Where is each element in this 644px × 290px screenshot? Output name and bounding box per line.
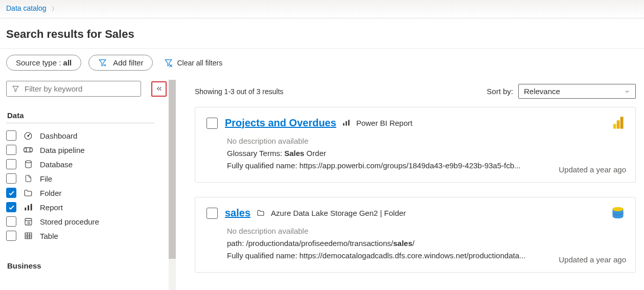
svg-point-10 bbox=[25, 161, 31, 163]
result-title-link[interactable]: Projects and Overdues bbox=[225, 117, 336, 129]
glossary-terms: Glossary Terms: Sales Order bbox=[227, 147, 624, 160]
svg-rect-14 bbox=[25, 218, 32, 225]
svg-rect-12 bbox=[28, 205, 29, 210]
filter-item-label: Data pipeline bbox=[40, 146, 85, 154]
filter-item-data-pipeline[interactable]: Data pipeline bbox=[6, 143, 176, 157]
funnel-icon bbox=[12, 85, 19, 93]
checkbox[interactable] bbox=[6, 231, 16, 241]
page-title: Search results for Sales bbox=[0, 18, 644, 49]
checkbox[interactable] bbox=[6, 216, 16, 227]
svg-rect-27 bbox=[617, 120, 620, 128]
result-title-link[interactable]: sales bbox=[225, 207, 250, 219]
svg-point-6 bbox=[24, 148, 27, 152]
svg-rect-24 bbox=[346, 121, 347, 126]
report-icon bbox=[22, 203, 34, 211]
updated-timestamp: Updated a year ago bbox=[559, 255, 626, 264]
no-description: No description available bbox=[227, 225, 624, 237]
svg-point-5 bbox=[28, 136, 29, 137]
svg-rect-11 bbox=[25, 208, 26, 211]
filter-section-title: Business bbox=[7, 261, 176, 270]
pill-label: Source type : all bbox=[16, 58, 72, 67]
add-filter-button[interactable]: Add filter bbox=[88, 55, 153, 71]
filter-add-icon bbox=[98, 58, 107, 67]
table-icon bbox=[22, 232, 34, 240]
gauge-icon bbox=[22, 131, 34, 140]
divider bbox=[6, 123, 154, 123]
add-filter-label: Add filter bbox=[113, 58, 143, 67]
checkbox[interactable] bbox=[6, 173, 16, 184]
checkbox[interactable] bbox=[6, 202, 16, 212]
scrollbar-thumb[interactable] bbox=[169, 80, 176, 259]
chevron-double-left-icon bbox=[156, 85, 163, 92]
result-checkbox[interactable] bbox=[206, 208, 218, 219]
breadcrumb: Data catalog 〉 bbox=[0, 0, 644, 18]
filter-item-stored-procedure[interactable]: Stored procedure bbox=[6, 214, 176, 229]
result-checkbox[interactable] bbox=[206, 118, 218, 129]
folder-icon bbox=[257, 209, 265, 216]
powerbi-icon bbox=[611, 116, 626, 131]
source-type-pill[interactable]: Source type : all bbox=[6, 55, 81, 71]
adls-icon bbox=[611, 206, 626, 221]
filter-keyword-input[interactable] bbox=[25, 84, 135, 93]
sort-by-label: Sort by: bbox=[487, 87, 513, 96]
results-panel: Showing 1-3 out of 3 results Sort by: Re… bbox=[176, 80, 644, 290]
filter-item-file[interactable]: File bbox=[6, 171, 176, 186]
filter-clear-icon bbox=[164, 58, 173, 67]
svg-rect-13 bbox=[30, 204, 32, 211]
clear-filters-button[interactable]: Clear all filters bbox=[160, 55, 226, 70]
filter-item-table[interactable]: Table bbox=[6, 229, 176, 243]
filter-item-label: File bbox=[40, 174, 52, 183]
filter-item-label: Dashboard bbox=[40, 131, 77, 140]
result-type-label: Power BI Report bbox=[356, 119, 412, 127]
svg-point-7 bbox=[30, 148, 32, 152]
filter-item-report[interactable]: Report bbox=[6, 200, 176, 214]
pipeline-icon bbox=[22, 146, 34, 153]
folder-icon bbox=[22, 189, 34, 197]
filter-item-label: Database bbox=[40, 160, 73, 169]
filter-sidebar: Data Dashboard Data pipeline Database bbox=[0, 80, 176, 290]
checkbox[interactable] bbox=[6, 145, 16, 155]
database-icon bbox=[22, 160, 34, 169]
svg-rect-26 bbox=[613, 124, 616, 128]
checkbox[interactable] bbox=[6, 130, 16, 141]
no-description: No description available bbox=[227, 135, 624, 147]
svg-rect-25 bbox=[348, 120, 350, 125]
filter-item-label: Stored procedure bbox=[40, 217, 99, 226]
filter-item-folder[interactable]: Folder bbox=[6, 186, 176, 200]
clear-filters-label: Clear all filters bbox=[177, 59, 222, 67]
filter-item-label: Folder bbox=[40, 189, 62, 197]
path: path: /productiondata/profiseedemo/trans… bbox=[227, 237, 624, 250]
checkbox[interactable] bbox=[6, 159, 16, 169]
svg-rect-23 bbox=[343, 123, 344, 126]
filter-item-database[interactable]: Database bbox=[6, 157, 176, 171]
file-icon bbox=[22, 174, 34, 183]
sort-value: Relevance bbox=[524, 87, 560, 96]
sort-select[interactable]: Relevance bbox=[518, 84, 636, 99]
updated-timestamp: Updated a year ago bbox=[559, 165, 626, 174]
result-type-label: Azure Data Lake Storage Gen2 | Folder bbox=[271, 209, 406, 217]
stored-procedure-icon bbox=[22, 217, 34, 226]
filter-item-dashboard[interactable]: Dashboard bbox=[6, 128, 176, 143]
breadcrumb-link[interactable]: Data catalog bbox=[6, 4, 47, 12]
filter-item-label: Table bbox=[40, 232, 58, 240]
filter-bar: Source type : all Add filter Clear all f… bbox=[0, 49, 644, 80]
filter-item-label: Report bbox=[40, 203, 63, 212]
filter-section-title: Data bbox=[7, 111, 176, 120]
svg-rect-28 bbox=[620, 117, 624, 128]
svg-point-30 bbox=[613, 207, 624, 211]
report-icon bbox=[342, 119, 350, 126]
result-card[interactable]: Projects and Overdues Power BI Report No… bbox=[195, 107, 636, 183]
results-summary: Showing 1-3 out of 3 results bbox=[195, 87, 284, 96]
chevron-right-icon: 〉 bbox=[52, 6, 57, 12]
result-card[interactable]: sales Azure Data Lake Storage Gen2 | Fol… bbox=[195, 197, 636, 273]
scrollbar-track[interactable] bbox=[169, 80, 176, 290]
checkbox[interactable] bbox=[6, 188, 16, 198]
collapse-sidebar-button[interactable] bbox=[151, 81, 167, 97]
filter-keyword-input-wrap[interactable] bbox=[6, 81, 141, 97]
chevron-down-icon bbox=[624, 88, 630, 95]
svg-rect-18 bbox=[25, 233, 32, 238]
